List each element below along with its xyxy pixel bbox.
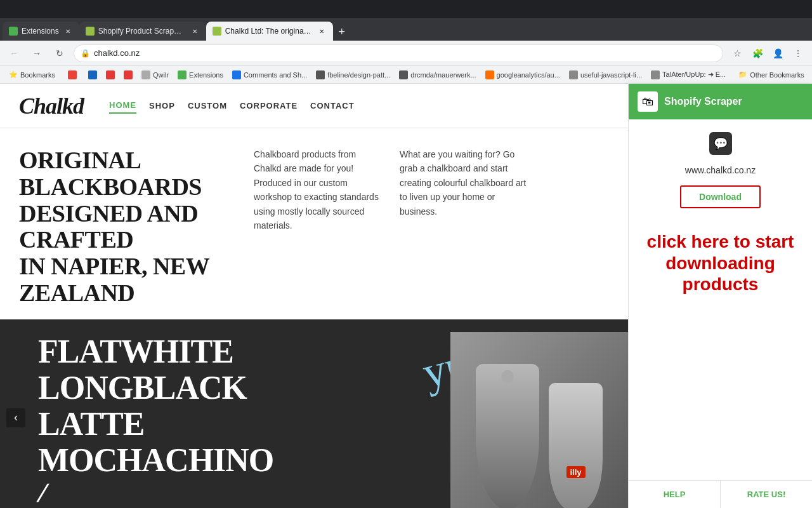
menu-home[interactable]: HOME xyxy=(109,98,136,114)
bookmark-talater[interactable]: TalAter/UpUp: ➜ E... xyxy=(647,69,730,81)
bookmark-drcmda[interactable]: drcmda/mauerwerk... xyxy=(395,69,480,81)
address-text: chalkd.co.nz xyxy=(94,48,140,58)
hero-cta-text: What are you waiting for? Go grab a chal… xyxy=(400,149,526,217)
pot-1 xyxy=(476,364,539,508)
tab-favicon-1 xyxy=(9,27,18,36)
chalkboard-text: FLATWHITE LONGBLACK LATTE MOCHACHINO ╱ xyxy=(38,333,273,502)
reload-button[interactable]: ↻ xyxy=(51,44,69,62)
tab-close-3[interactable]: ✕ xyxy=(317,26,327,36)
new-tab-button[interactable]: + xyxy=(333,23,351,41)
bm-favicon-3 xyxy=(88,70,97,79)
bookmark-ga[interactable]: googleanalytics/au... xyxy=(481,69,564,81)
bm-label-fbeline: fbeline/design-patt... xyxy=(327,71,390,79)
bm-favicon-4 xyxy=(106,70,115,79)
overlay-cta-text: click here to startdownloading products xyxy=(638,231,803,295)
tab-chalkd[interactable]: Chalkd Ltd: The original blackbo ✕ xyxy=(206,22,333,41)
site-nav: Chalkd HOME SHOP CUSTOM CORPORATE CONTAC… xyxy=(0,84,628,128)
bookmark-star-button[interactable]: ☆ xyxy=(728,44,746,62)
pot-2: illy xyxy=(549,383,603,508)
bookmark-item-2[interactable] xyxy=(64,69,83,81)
chat-icon: 💬 xyxy=(709,132,732,155)
extension-body: 💬 www.chalkd.co.nz Download click here t… xyxy=(629,119,812,480)
tab-label-2: Shopify Product Scraper – Edit … xyxy=(98,27,186,36)
menu-contact[interactable]: CONTACT xyxy=(310,98,355,113)
bookmark-item-4[interactable] xyxy=(102,69,119,81)
site-logo: Chalkd xyxy=(19,93,84,119)
main-layout: Chalkd HOME SHOP CUSTOM CORPORATE CONTAC… xyxy=(0,84,812,508)
tab-close-2[interactable]: ✕ xyxy=(190,26,200,36)
extension-logo: 🛍 xyxy=(638,91,658,112)
tab-extensions[interactable]: Extensions ✕ xyxy=(3,22,79,41)
download-button[interactable]: Download xyxy=(680,185,761,208)
bm-label-drcmda: drcmda/mauerwerk... xyxy=(410,71,476,79)
account-button[interactable]: 👤 xyxy=(769,44,787,62)
menu-custom[interactable]: CUSTOM xyxy=(188,98,227,113)
tab-favicon-3 xyxy=(213,27,221,36)
bm-favicon-fbeline xyxy=(316,70,325,79)
menu-button[interactable]: ⋮ xyxy=(789,44,807,62)
extensions-button[interactable]: 🧩 xyxy=(749,44,766,62)
hero-title-block: ORIGINAL BLACKBOARDSDESIGNED AND CRAFTED… xyxy=(19,147,235,307)
address-bar[interactable]: 🔒 chalkd.co.nz xyxy=(74,44,723,62)
bm-label-usefuljs: useful-javascript-li... xyxy=(580,71,642,79)
tab-shopify-scraper[interactable]: Shopify Product Scraper – Edit … ✕ xyxy=(79,22,206,41)
bm-favicon-usefuljs xyxy=(569,70,578,79)
extension-panel: 🛍 Shopify Scraper 💬 www.chalkd.co.nz Dow… xyxy=(628,84,812,508)
bm-favicon-extensions xyxy=(178,70,187,79)
hero-cta: What are you waiting for? Go grab a chal… xyxy=(400,147,527,307)
line-latte: LATTE xyxy=(38,406,273,443)
tab-bar: Extensions ✕ Shopify Product Scraper – E… xyxy=(0,18,812,41)
bookmark-comments[interactable]: Comments and Sh... xyxy=(228,69,311,81)
logo-text: Chalkd xyxy=(19,93,84,119)
carousel-prev-button[interactable]: ‹ xyxy=(6,408,25,427)
lock-icon: 🔒 xyxy=(81,49,90,58)
coffee-pots-area: illy xyxy=(450,332,628,508)
forward-button[interactable]: → xyxy=(28,44,46,62)
bm-favicon-ga xyxy=(485,70,494,79)
bm-favicon-6 xyxy=(141,70,150,79)
os-bar xyxy=(0,0,812,18)
bm-favicon-talater xyxy=(651,70,660,79)
bm-label-qwilr: Qwilr xyxy=(153,71,169,79)
line-flatwhite: FLATWHITE xyxy=(38,333,273,370)
bookmark-other[interactable]: 📁 Other Bookmarks xyxy=(735,69,808,80)
bookmark-fbeline[interactable]: fbeline/design-patt... xyxy=(312,69,394,81)
tab-label-1: Extensions xyxy=(22,27,59,36)
pot-top-1 xyxy=(501,370,514,383)
bookmark-bookmarks[interactable]: ⭐ Bookmarks xyxy=(5,69,59,80)
bookmarks-label: Bookmarks xyxy=(20,71,55,79)
illy-label: illy xyxy=(566,466,585,478)
extension-footer: HELP RATE US! xyxy=(629,480,812,508)
site-hero: ORIGINAL BLACKBOARDSDESIGNED AND CRAFTED… xyxy=(0,128,628,319)
bm-favicon-5 xyxy=(124,70,133,79)
tab-label-3: Chalkd Ltd: The original blackbo xyxy=(225,27,313,36)
bookmark-useful-js[interactable]: useful-javascript-li... xyxy=(565,69,646,81)
help-button[interactable]: HELP xyxy=(629,481,721,508)
hero-description: Chalkboard products from Chalkd are made… xyxy=(254,147,381,307)
bm-label-extensions: Extensions xyxy=(189,71,223,79)
star-icon: ⭐ xyxy=(9,70,18,79)
bm-favicon-drcmda xyxy=(399,70,408,79)
menu-corporate[interactable]: CORPORATE xyxy=(240,98,298,113)
bookmark-extensions[interactable]: Extensions xyxy=(174,69,227,81)
site-image-area: FLATWHITE LONGBLACK LATTE MOCHACHINO ╱ y… xyxy=(0,319,628,508)
tab-close-1[interactable]: ✕ xyxy=(63,26,73,36)
line-mochachino: MOCHACHINO xyxy=(38,443,273,479)
rate-button[interactable]: RATE US! xyxy=(721,481,812,508)
bookmarks-bar: ⭐ Bookmarks Qwilr Extensions Comments an… xyxy=(0,66,812,84)
back-button[interactable]: ← xyxy=(5,44,23,62)
bm-label-ga: googleanalytics/au... xyxy=(497,71,560,79)
bm-label-talater: TalAter/UpUp: ➜ E... xyxy=(662,70,726,79)
hero-desc-text: Chalkboard products from Chalkd are made… xyxy=(254,149,379,231)
line-longblack: LONGBLACK xyxy=(38,370,273,406)
bookmark-item-6[interactable]: Qwilr xyxy=(138,69,173,81)
bookmark-item-5[interactable] xyxy=(120,69,136,81)
bm-favicon-2 xyxy=(68,70,77,79)
bookmark-item-3[interactable] xyxy=(84,69,101,81)
menu-shop[interactable]: SHOP xyxy=(149,98,175,113)
extension-title: Shopify Scraper xyxy=(664,96,742,107)
nav-bar: ← → ↻ 🔒 chalkd.co.nz ☆ 🧩 👤 ⋮ xyxy=(0,41,812,66)
nav-right: ☆ 🧩 👤 ⋮ xyxy=(728,44,807,62)
bm-label-comments: Comments and Sh... xyxy=(244,71,307,79)
tab-favicon-2 xyxy=(86,27,95,36)
